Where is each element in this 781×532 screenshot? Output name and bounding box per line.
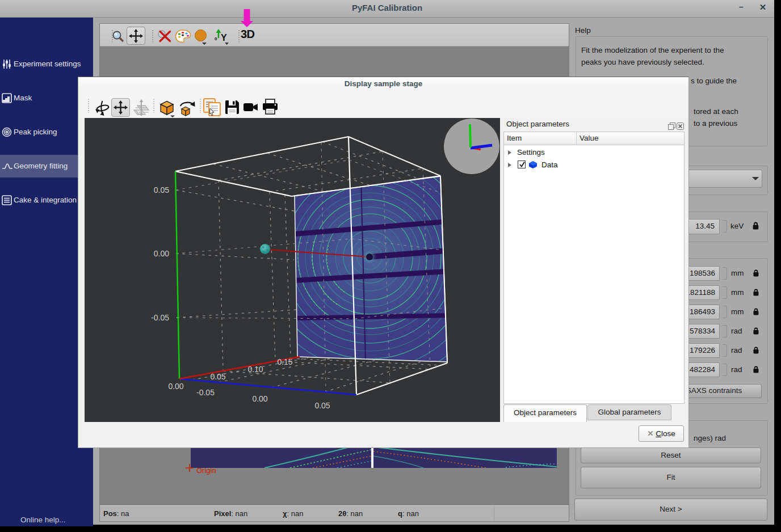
svg-text:0.05: 0.05 (314, 401, 330, 410)
svg-text:0: 0 (215, 36, 217, 41)
svg-text:0.05: 0.05 (210, 372, 225, 381)
svg-text:0.10: 0.10 (247, 365, 263, 374)
svg-text:0.00: 0.00 (168, 382, 183, 391)
svg-text:0.15: 0.15 (277, 357, 292, 366)
svg-text:0.00: 0.00 (252, 394, 267, 403)
svg-text:0.05: 0.05 (154, 185, 169, 195)
svg-text:-0.05: -0.05 (151, 313, 169, 322)
svg-text:0.00: 0.00 (154, 249, 169, 258)
svg-text:Y: Y (221, 33, 227, 43)
svg-text:-0.05: -0.05 (196, 388, 215, 397)
